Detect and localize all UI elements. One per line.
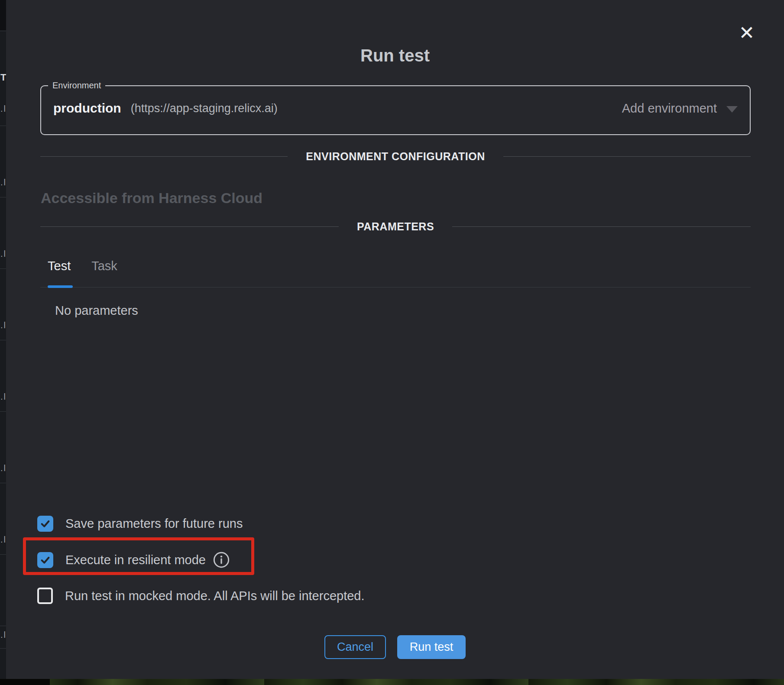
background-row-divider bbox=[0, 626, 6, 626]
background-row-divider bbox=[0, 554, 6, 555]
checkmark-icon bbox=[39, 518, 51, 530]
background-row-divider bbox=[0, 268, 6, 269]
cancel-button[interactable]: Cancel bbox=[324, 635, 386, 659]
parameters-heading: PARAMETERS bbox=[357, 220, 434, 233]
divider-line bbox=[40, 156, 288, 157]
mocked-mode-row: Run test in mocked mode. All APIs will b… bbox=[37, 588, 365, 604]
parameters-divider: PARAMETERS bbox=[40, 220, 751, 233]
close-icon[interactable]: ✕ bbox=[735, 22, 758, 44]
background-text-fragment: .l ( bbox=[0, 630, 6, 640]
background-row-divider bbox=[0, 340, 6, 340]
divider-line bbox=[40, 226, 339, 227]
run-test-dialog: ✕ Run test Environment production (https… bbox=[6, 0, 784, 679]
divider-line bbox=[503, 156, 751, 157]
save-parameters-row: Save parameters for future runs bbox=[37, 515, 243, 532]
background-row-divider bbox=[0, 411, 6, 412]
background-photo-dark-edge bbox=[0, 679, 50, 685]
add-environment-label: Add environment bbox=[622, 101, 717, 116]
background-row-divider bbox=[0, 197, 6, 197]
info-icon[interactable] bbox=[213, 551, 230, 569]
dialog-actions: Cancel Run test bbox=[6, 635, 784, 659]
environment-configuration-heading: ENVIRONMENT CONFIGURATION bbox=[306, 150, 485, 163]
screen: T .l ( .l ( .l ( .l ( .l ( .l ( .l ( .l … bbox=[0, 0, 784, 685]
background-row-divider bbox=[0, 483, 6, 483]
environment-row[interactable]: production (https://app-staging.relicx.a… bbox=[41, 90, 750, 126]
background-row-divider bbox=[0, 126, 6, 126]
background-topbar-fragment bbox=[0, 0, 6, 30]
background-row-divider bbox=[0, 31, 6, 31]
tab-baseline bbox=[40, 287, 751, 288]
dialog-title: Run test bbox=[6, 46, 784, 65]
environment-configuration-divider: ENVIRONMENT CONFIGURATION bbox=[40, 150, 751, 163]
background-text-fragment: .l ( bbox=[0, 320, 6, 330]
chevron-down-icon bbox=[726, 106, 738, 113]
background-text-fragment: .l ( bbox=[0, 249, 6, 259]
active-tab-indicator bbox=[48, 285, 73, 288]
resilient-mode-checkbox[interactable] bbox=[37, 552, 53, 568]
mocked-mode-checkbox[interactable] bbox=[37, 588, 53, 604]
checkmark-icon bbox=[39, 554, 51, 566]
environment-fieldset: Environment production (https://app-stag… bbox=[40, 81, 751, 135]
background-photo-strip bbox=[0, 679, 784, 685]
accessible-from-harness-cloud-text: Accessible from Harness Cloud bbox=[41, 190, 262, 207]
save-parameters-checkbox[interactable] bbox=[37, 516, 53, 532]
save-parameters-label: Save parameters for future runs bbox=[65, 517, 243, 531]
mocked-mode-label: Run test in mocked mode. All APIs will b… bbox=[65, 589, 365, 603]
background-text-fragment: T bbox=[0, 72, 6, 83]
background-text-fragment: .l ( bbox=[0, 178, 6, 187]
background-text-fragment: .l ( bbox=[0, 463, 6, 473]
background-text-fragment: .l ( bbox=[0, 104, 6, 114]
background-text-fragment: .l ( bbox=[0, 392, 6, 402]
resilient-mode-row: Execute in resilient mode bbox=[37, 552, 230, 568]
run-test-button[interactable]: Run test bbox=[397, 635, 466, 659]
background-row-divider bbox=[0, 648, 6, 649]
parameters-tabs: Test Task bbox=[48, 259, 117, 273]
tab-test[interactable]: Test bbox=[48, 259, 71, 273]
environment-legend: Environment bbox=[48, 81, 105, 90]
no-parameters-text: No parameters bbox=[55, 304, 138, 318]
resilient-mode-label: Execute in resilient mode bbox=[65, 553, 206, 567]
environment-name: production bbox=[53, 101, 121, 116]
background-text-fragment: .l ( bbox=[0, 535, 6, 545]
environment-url: (https://app-staging.relicx.ai) bbox=[131, 102, 278, 115]
background-app-left-sliver: T .l ( .l ( .l ( .l ( .l ( .l ( .l ( .l … bbox=[0, 0, 6, 679]
add-environment-dropdown[interactable]: Add environment bbox=[622, 101, 738, 116]
tab-task[interactable]: Task bbox=[91, 259, 117, 273]
divider-line bbox=[452, 226, 751, 227]
